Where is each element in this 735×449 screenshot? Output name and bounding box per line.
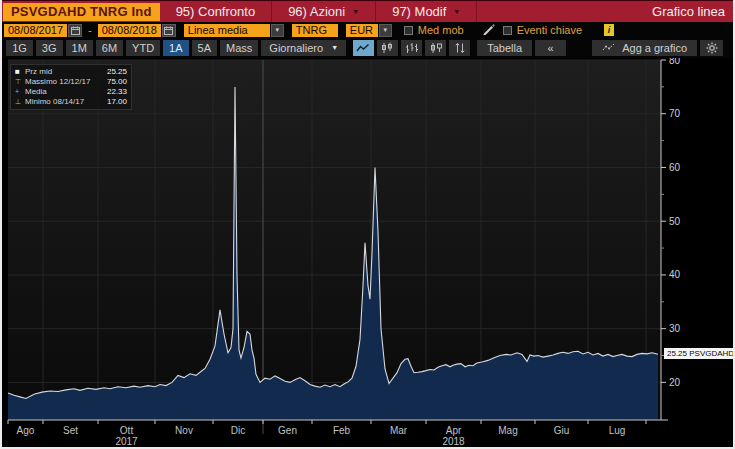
min-marker-icon: ⊥ [15, 97, 25, 107]
page-title: Grafico linea [652, 4, 725, 19]
date-from-field[interactable]: 08/08/2017 [4, 24, 67, 37]
range-button-5a[interactable]: 5A [192, 40, 217, 56]
y-tick-label: 20 [669, 377, 681, 388]
range-button-1m[interactable]: 1M [66, 40, 93, 56]
candle-volume-chart-type-button[interactable] [425, 40, 446, 56]
eventi-chiave-checkbox[interactable] [503, 26, 512, 35]
menu-item-96[interactable]: 96) Azioni▼ [272, 1, 376, 22]
chart-legend: ■Prz mid25.25⊤Massimo 12/12/1775.00+Medi… [10, 64, 132, 110]
table-button[interactable]: Tabella [477, 40, 531, 56]
line-chart-type-button[interactable] [353, 40, 374, 56]
bloomberg-chart-window: PSVGDAHD TNRG Ind 95) Confronto96) Azion… [0, 0, 735, 449]
month-label: Gen [278, 425, 297, 436]
month-label: Apr [446, 425, 462, 436]
frequency-select[interactable]: Giornaliero▼ [261, 40, 346, 56]
month-label: Giu [554, 425, 570, 436]
add-chart-icon [602, 40, 616, 56]
range-buttons: 1G3G1M6MYTD1A5AMass [6, 40, 261, 56]
pencil-icon[interactable] [482, 23, 495, 37]
range-button-3g[interactable]: 3G [36, 40, 63, 56]
month-label: Set [63, 425, 78, 436]
eventi-chiave-label: Eventi chiave [517, 24, 582, 36]
date-range-separator: - [88, 24, 92, 36]
last-price-badge: 25.25 PSVGDAHD [664, 348, 735, 359]
ticker-field[interactable]: TNRG [292, 24, 338, 37]
ohlc-bars-chart-type-button[interactable] [401, 40, 422, 56]
month-label: Ott [120, 425, 134, 436]
month-label: Lug [609, 425, 626, 436]
currency-select[interactable]: EUR [346, 24, 378, 37]
info-icon[interactable]: i [604, 24, 614, 36]
legend-row-max[interactable]: ⊤Massimo 12/12/1775.00 [15, 77, 127, 87]
month-label: Nov [175, 425, 193, 436]
range-button-mass[interactable]: Mass [220, 40, 258, 56]
range-button-1a[interactable]: 1A [163, 40, 188, 56]
menu-item-95[interactable]: 95) Confronto [160, 1, 273, 22]
chevron-down-icon[interactable]: ▼ [271, 24, 284, 37]
top-menu-bar: PSVGDAHD TNRG Ind 95) Confronto96) Azion… [0, 0, 735, 22]
date-to-field[interactable]: 08/08/2018 [98, 24, 161, 37]
menu-item-97[interactable]: 97) Modif▼ [376, 1, 477, 22]
legend-row-avg[interactable]: +Media22.33 [15, 87, 127, 97]
range-button-ytd[interactable]: YTD [126, 40, 160, 56]
add-to-chart-button[interactable]: Agg a grafico [592, 40, 697, 56]
security-ticker-field[interactable]: PSVGDAHD TNRG Ind [3, 3, 160, 21]
y-tick-label: 40 [669, 269, 681, 280]
calendar-icon[interactable] [162, 24, 176, 37]
y-tick-label: 30 [669, 323, 681, 334]
candlestick-chart-type-button[interactable] [377, 40, 398, 56]
y-tick-label: 80 [669, 58, 681, 66]
calendar-icon[interactable] [68, 24, 82, 37]
y-tick-label: 50 [669, 216, 681, 227]
square-marker-icon: ■ [15, 67, 25, 77]
legend-row-min[interactable]: ⊥Minimo 08/14/1717.00 [15, 97, 127, 107]
month-label: Feb [333, 425, 351, 436]
med-mob-checkbox[interactable] [404, 26, 413, 35]
collapse-toolbar-button[interactable]: « [535, 40, 566, 56]
chart-toolbar: 1G3G1M6MYTD1A5AMass Giornaliero▼ Tabella… [0, 38, 735, 58]
range-button-6m[interactable]: 6M [96, 40, 123, 56]
legend-row-square[interactable]: ■Prz mid25.25 [15, 67, 127, 77]
max-marker-icon: ⊤ [15, 77, 25, 87]
med-mob-label: Med mob [418, 24, 464, 36]
range-button-1g[interactable]: 1G [6, 40, 33, 56]
y-tick-label: 60 [669, 162, 681, 173]
y-tick-label: 70 [669, 108, 681, 119]
chart-mode-select[interactable]: Linea media [184, 24, 270, 37]
year-label: 2017 [115, 436, 138, 447]
chevron-down-icon[interactable]: ▼ [379, 24, 392, 37]
compare-bars-chart-type-button[interactable] [449, 40, 470, 56]
chart-canvas[interactable]: 20304050607080AgoSetOtt2017NovDicGenFebM… [0, 58, 735, 449]
year-label: 2018 [442, 436, 465, 447]
price-chart[interactable]: 20304050607080AgoSetOtt2017NovDicGenFebM… [0, 58, 735, 449]
settings-gear-button[interactable] [700, 40, 723, 56]
window-frame [0, 0, 2, 449]
month-label: Dic [231, 425, 245, 436]
month-label: Mar [390, 425, 408, 436]
month-label: Ago [17, 425, 35, 436]
avg-marker-icon: + [15, 87, 25, 97]
field-bar: 08/08/2017 - 08/08/2018 Linea media ▼ TN… [0, 22, 735, 38]
month-label: Mag [498, 425, 517, 436]
menu-bar-items: 95) Confronto96) Azioni▼97) Modif▼ [160, 1, 478, 22]
